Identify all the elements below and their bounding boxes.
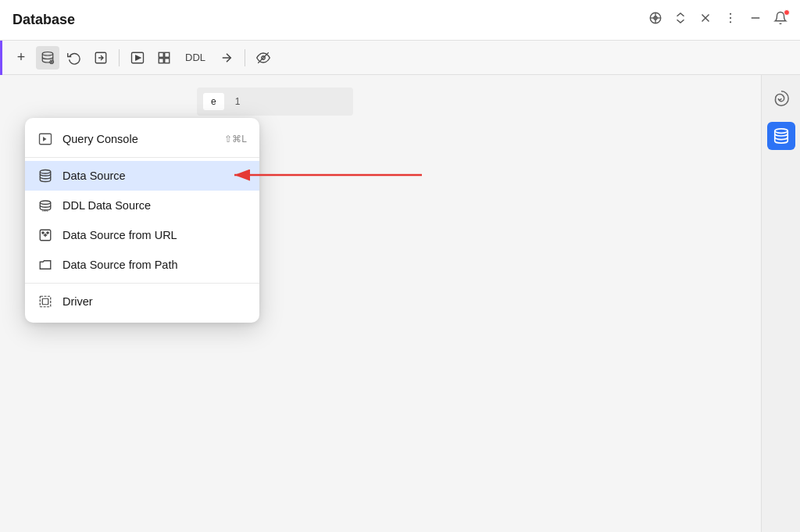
toolbar: +	[0, 41, 800, 75]
main-window: Database	[0, 0, 800, 532]
menu-item-query-console-label: Query Console	[62, 133, 215, 145]
spiral-sidebar-icon[interactable]	[767, 84, 795, 112]
svg-point-10	[42, 52, 53, 55]
menu-item-ddl-label: DDL Data Source	[62, 199, 247, 212]
add-button[interactable]: +	[9, 46, 33, 70]
svg-rect-17	[159, 52, 163, 57]
svg-rect-19	[159, 58, 163, 62]
folder-icon	[38, 257, 53, 273]
svg-text:DDL: DDL	[42, 209, 48, 212]
refresh-button[interactable]	[62, 46, 86, 70]
menu-item-driver-label: Driver	[62, 295, 247, 308]
console-icon	[38, 131, 53, 147]
more-icon[interactable]	[723, 11, 738, 29]
notification-dot	[784, 9, 790, 16]
separator-2	[245, 49, 245, 66]
crosshair-icon[interactable]	[648, 11, 662, 29]
svg-rect-31	[40, 296, 51, 307]
tab-label: e	[211, 96, 216, 107]
refresh-icon	[67, 51, 81, 65]
database-sidebar-icon[interactable]	[767, 122, 795, 150]
svg-point-8	[730, 21, 731, 23]
menu-item-data-source-path[interactable]: Data Source from Path	[25, 250, 259, 280]
db-settings-icon	[41, 51, 55, 65]
svg-marker-24	[43, 137, 47, 141]
tab-number[interactable]: 1	[227, 93, 248, 110]
tab-e[interactable]: e	[203, 93, 224, 110]
grid-button[interactable]	[152, 46, 176, 70]
url-icon	[38, 227, 53, 243]
menu-item-path-label: Data Source from Path	[62, 259, 247, 271]
add-icon: +	[17, 49, 26, 66]
eye-button[interactable]	[252, 46, 275, 70]
main-content: e 1 Query Console ⇧⌘L	[0, 75, 800, 532]
title-bar: Database	[0, 0, 800, 41]
database-icon	[38, 168, 53, 184]
svg-point-7	[730, 17, 731, 19]
ddl-label: DDL	[185, 52, 205, 63]
right-sidebar	[761, 75, 800, 532]
separator-after-console	[25, 157, 259, 158]
menu-item-query-console-shortcut: ⇧⌘L	[224, 134, 247, 145]
svg-point-25	[40, 170, 51, 174]
dropdown-menu: Query Console ⇧⌘L Data Source	[25, 118, 259, 323]
svg-point-35	[774, 129, 788, 134]
db-settings-button[interactable]	[36, 46, 59, 70]
chevron-right-icon: ›	[244, 170, 247, 181]
svg-point-29	[42, 232, 44, 234]
svg-rect-32	[42, 298, 48, 305]
ddl-icon: DDL	[38, 198, 53, 213]
ddl-button[interactable]: DDL	[179, 48, 212, 66]
tab-number-label: 1	[235, 96, 241, 107]
menu-item-data-source[interactable]: Data Source ›	[25, 161, 259, 191]
menu-item-data-source-label: Data Source	[62, 170, 234, 182]
svg-rect-18	[165, 52, 170, 57]
separator-1	[119, 49, 120, 66]
svg-rect-20	[165, 58, 170, 62]
svg-point-30	[47, 232, 48, 234]
grid-icon	[157, 51, 171, 65]
chevron-updown-icon[interactable]	[673, 11, 688, 29]
sync-button[interactable]	[89, 46, 112, 70]
svg-point-6	[730, 13, 731, 15]
separator-before-driver	[25, 283, 259, 284]
svg-marker-16	[136, 55, 141, 60]
menu-item-ddl-data-source[interactable]: DDL DDL Data Source	[25, 191, 259, 220]
content-tab-bar: e 1	[197, 87, 353, 116]
window-title: Database	[12, 12, 75, 28]
title-bar-left: Database	[12, 12, 75, 28]
eye-icon	[256, 51, 270, 65]
sync-icon	[94, 51, 108, 65]
menu-item-driver[interactable]: Driver	[25, 287, 259, 316]
driver-icon	[38, 294, 53, 309]
play-button[interactable]	[126, 46, 149, 70]
bell-icon[interactable]	[773, 11, 788, 29]
menu-item-query-console[interactable]: Query Console ⇧⌘L	[25, 124, 259, 154]
play-icon	[130, 51, 145, 65]
menu-item-url-label: Data Source from URL	[62, 229, 247, 241]
arrow-icon	[220, 51, 234, 65]
title-bar-right	[648, 11, 788, 29]
arrow-button[interactable]	[215, 46, 238, 70]
left-panel: e 1 Query Console ⇧⌘L	[0, 75, 761, 532]
svg-point-26	[40, 201, 51, 205]
minimize-icon[interactable]	[748, 11, 762, 29]
close-icon[interactable]	[698, 11, 712, 29]
menu-item-data-source-url[interactable]: Data Source from URL	[25, 220, 259, 250]
